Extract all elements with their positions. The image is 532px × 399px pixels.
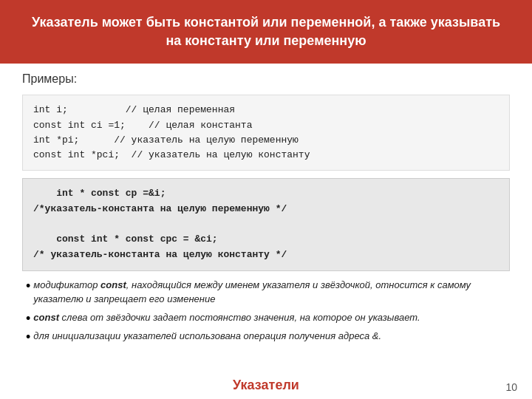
bullet-dot-1: •	[26, 279, 30, 293]
bullet-item-1: • модификатор const, находящийся между и…	[26, 279, 510, 307]
slide-title: Указатель может быть константой или пере…	[30, 13, 502, 50]
bullet-dot-3: •	[26, 330, 30, 344]
bullet-item-2: • const слева от звёздочки задает постоя…	[26, 311, 510, 325]
slide-content: Примеры: int i; // целая переменная cons…	[0, 64, 532, 375]
bullet-item-3: • для инициализации указателей использов…	[26, 330, 510, 344]
examples-label: Примеры:	[22, 72, 510, 86]
bullet-text-2: const слева от звёздочки задает постоянс…	[33, 311, 420, 325]
code-block-1: int i; // целая переменная const int ci …	[22, 95, 510, 171]
bullets-list: • модификатор const, находящийся между и…	[22, 279, 510, 344]
page-number: 10	[505, 381, 517, 393]
bullet-dot-2: •	[26, 312, 30, 325]
slide: Указатель может быть константой или пере…	[0, 0, 532, 399]
slide-header: Указатель может быть константой или пере…	[0, 0, 532, 64]
slide-footer: Указатели	[0, 375, 532, 399]
bullet-text-3: для инициализации указателей использован…	[33, 330, 381, 344]
bullet-text-1: модификатор const, находящийся между име…	[33, 279, 510, 307]
code-block-2: int * const cp =&i; /*указатель-констант…	[22, 178, 510, 271]
